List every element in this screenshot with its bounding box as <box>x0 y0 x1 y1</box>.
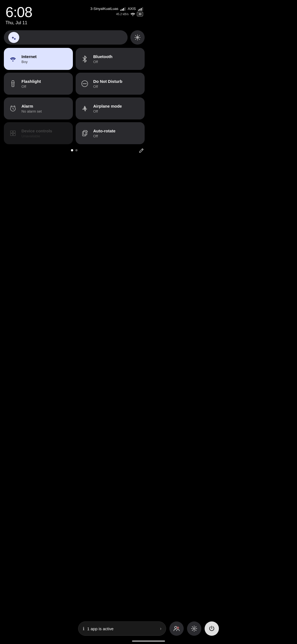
svg-rect-20 <box>82 132 86 136</box>
device-controls-subtitle: Unavailable <box>21 134 52 138</box>
tile-device-controls[interactable]: Device controls Unavailable <box>4 122 73 144</box>
status-bar: 6:08 Thu, Jul 11 3-SinyalKuatLuas AXIS 4… <box>0 0 148 25</box>
dnd-tile-text: Do Not Disturb Off <box>93 79 122 89</box>
tiles-grid: Internet Boy Bluetooth Off <box>4 48 145 144</box>
svg-rect-19 <box>13 133 15 136</box>
tile-internet[interactable]: Internet Boy <box>4 48 73 70</box>
pagination-dots <box>71 149 78 151</box>
battery-level: 30 <box>138 12 142 16</box>
internet-subtitle: Boy <box>21 60 37 64</box>
flashlight-title: Flashlight <box>21 79 41 84</box>
airplane-tile-text: Airplane mode Off <box>93 104 122 113</box>
edit-button[interactable] <box>139 147 145 153</box>
airplane-subtitle: Off <box>93 109 122 113</box>
airplane-icon <box>80 104 89 113</box>
tile-autorotate[interactable]: Auto-rotate Off <box>76 122 145 144</box>
dnd-subtitle: Off <box>93 84 122 89</box>
svg-line-9 <box>139 35 140 36</box>
status-right: 3-SinyalKuatLuas AXIS 45.2 kB/s <box>90 5 143 16</box>
airplane-title: Airplane mode <box>93 104 122 109</box>
device-controls-icon <box>8 129 18 138</box>
alarm-title: Alarm <box>21 104 42 109</box>
svg-rect-18 <box>10 133 13 136</box>
svg-point-2 <box>136 36 139 39</box>
bluetooth-tile-text: Bluetooth Off <box>93 54 112 64</box>
quick-settings-panel: ✦ ★ <box>4 30 145 151</box>
device-controls-tile-text: Device controls Unavailable <box>21 129 52 138</box>
bottom-controls <box>4 149 145 151</box>
wifi-icon <box>8 54 18 64</box>
svg-line-8 <box>139 39 140 40</box>
flashlight-icon <box>8 79 18 88</box>
carrier2-label: AXIS <box>128 7 136 11</box>
svg-rect-17 <box>13 131 15 133</box>
svg-text:★: ★ <box>13 37 16 40</box>
clock: 6:08 <box>6 5 32 19</box>
data-speed: 45.2 kB/s <box>116 12 129 16</box>
dnd-icon <box>80 79 89 88</box>
carrier-row: 3-SinyalKuatLuas AXIS <box>90 7 143 11</box>
internet-title: Internet <box>21 54 37 59</box>
carrier2-signal <box>138 7 143 11</box>
stars-icon: ✦ ★ <box>8 32 19 43</box>
bluetooth-icon <box>80 54 89 64</box>
dnd-title: Do Not Disturb <box>93 79 122 84</box>
brightness-button[interactable] <box>130 30 145 45</box>
dot-1 <box>71 149 73 151</box>
autorotate-subtitle: Off <box>93 134 116 138</box>
tile-airplane[interactable]: Airplane mode Off <box>76 97 145 119</box>
tile-alarm[interactable]: Alarm No alarm set <box>4 97 73 119</box>
flashlight-tile-text: Flashlight Off <box>21 79 41 89</box>
dot-2 <box>75 149 78 151</box>
alarm-subtitle: No alarm set <box>21 109 42 113</box>
svg-line-7 <box>135 35 136 36</box>
search-pill[interactable]: ✦ ★ <box>4 30 128 45</box>
autorotate-title: Auto-rotate <box>93 129 116 133</box>
wifi-status-icon <box>130 12 135 16</box>
bluetooth-title: Bluetooth <box>93 54 112 59</box>
carrier1-label: 3-SinyalKuatLuas <box>90 7 118 11</box>
internet-tile-text: Internet Boy <box>21 54 37 64</box>
svg-line-10 <box>135 39 136 40</box>
date: Thu, Jul 11 <box>6 20 32 25</box>
battery-icon: 30 <box>137 12 143 16</box>
flashlight-subtitle: Off <box>21 84 41 89</box>
device-controls-title: Device controls <box>21 129 52 133</box>
alarm-tile-text: Alarm No alarm set <box>21 104 42 113</box>
svg-rect-16 <box>10 131 13 133</box>
top-row: ✦ ★ <box>4 30 145 45</box>
autorotate-icon <box>80 129 89 138</box>
tile-bluetooth[interactable]: Bluetooth Off <box>76 48 145 70</box>
svg-rect-21 <box>84 130 87 135</box>
alarm-icon <box>8 104 18 113</box>
status-left: 6:08 Thu, Jul 11 <box>6 5 32 25</box>
tile-dnd[interactable]: Do Not Disturb Off <box>76 73 145 95</box>
autorotate-tile-text: Auto-rotate Off <box>93 129 116 138</box>
icons-row: 45.2 kB/s 30 <box>116 12 143 16</box>
tile-flashlight[interactable]: Flashlight Off <box>4 73 73 95</box>
carrier1-signal <box>120 7 125 11</box>
bluetooth-subtitle: Off <box>93 60 112 64</box>
